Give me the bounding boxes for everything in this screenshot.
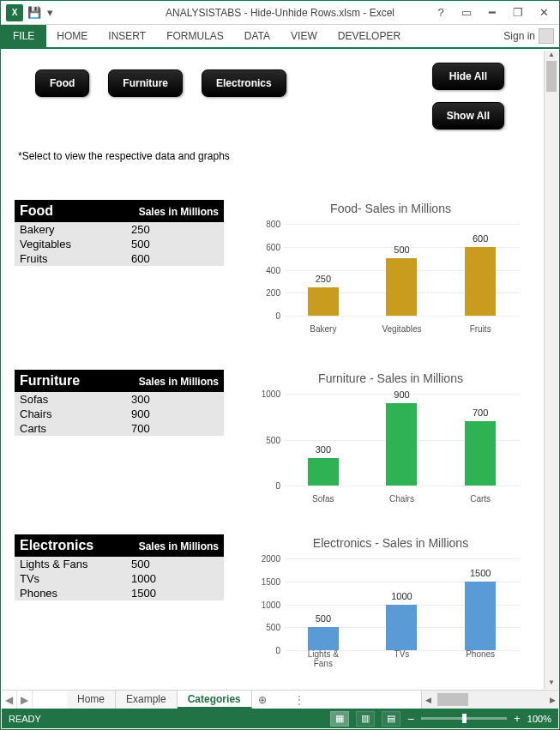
zoom-slider[interactable]: [421, 717, 507, 720]
electronics-button[interactable]: Electronics: [202, 69, 286, 97]
food-table: Food Sales in Millions Bakery250 Vegitab…: [15, 200, 224, 337]
save-icon[interactable]: 💾: [28, 7, 40, 19]
view-pagebreak-icon[interactable]: ▤: [382, 711, 400, 727]
furniture-header: Furniture: [15, 370, 85, 392]
table-row: TVs1000: [15, 571, 224, 586]
food-sales-header: Sales in Millions: [134, 200, 224, 222]
food-header: Food: [15, 200, 58, 222]
minimize-icon[interactable]: ━: [480, 3, 504, 22]
furniture-section: Furniture Sales in Millions Sofas300 Cha…: [3, 366, 544, 510]
sheet-tab-bar: ◀ ▶ Home Example Categories ⊕ ⋮ ◀ ▶: [2, 690, 558, 709]
table-row: Carts700: [15, 421, 224, 436]
table-row: Phones1500: [15, 586, 224, 600]
tab-next-icon[interactable]: ▶: [17, 691, 33, 709]
electronics-chart: Electronics - Sales in Millions050010001…: [250, 534, 532, 672]
excel-icon: X: [6, 4, 23, 21]
tab-developer[interactable]: DEVELOPER: [328, 25, 411, 47]
sheet-tab-home[interactable]: Home: [67, 691, 116, 709]
table-row: Sofas300: [15, 392, 224, 407]
sheet-tab-categories[interactable]: Categories: [178, 690, 252, 709]
tab-home[interactable]: HOME: [46, 25, 98, 47]
zoom-in-icon[interactable]: +: [514, 712, 521, 725]
worksheet: Food Furniture Electronics Hide All Show…: [3, 51, 544, 689]
scroll-down-icon[interactable]: ▼: [545, 679, 558, 689]
hscroll-right-icon[interactable]: ▶: [546, 691, 558, 709]
ribbon: FILE HOME INSERT FORMULAS DATA VIEW DEVE…: [1, 25, 559, 49]
signin-label: Sign in: [503, 30, 535, 42]
tab-divider-icon[interactable]: ⋮: [292, 691, 307, 709]
table-row: Vegitables500: [15, 237, 224, 251]
tab-view[interactable]: VIEW: [280, 25, 328, 47]
electronics-header: Electronics: [15, 534, 99, 557]
food-section: Food Sales in Millions Bakery250 Vegitab…: [3, 196, 544, 341]
hide-all-button[interactable]: Hide All: [432, 63, 504, 90]
hscroll-left-icon[interactable]: ◀: [422, 691, 434, 709]
restore-icon[interactable]: ❐: [506, 3, 530, 22]
signin[interactable]: Sign in: [498, 25, 559, 47]
table-row: Fruits600: [15, 251, 224, 266]
status-bar: READY ▦ ▥ ▤ − + 100%: [2, 709, 558, 728]
chart-title: Furniture - Sales in Millions: [250, 370, 532, 385]
furniture-table: Furniture Sales in Millions Sofas300 Cha…: [15, 370, 224, 507]
furniture-sales-header: Sales in Millions: [134, 370, 224, 392]
vertical-scrollbar[interactable]: ▲ ▼: [544, 51, 558, 689]
scroll-up-icon[interactable]: ▲: [545, 51, 558, 61]
hint-text: *Select to view the respective data and …: [3, 135, 544, 171]
view-pagelayout-icon[interactable]: ▥: [356, 711, 375, 727]
electronics-table: Electronics Sales in Millions Lights & F…: [15, 534, 224, 672]
show-all-button[interactable]: Show All: [432, 102, 504, 130]
chart-title: Food- Sales in Millions: [250, 200, 532, 215]
status-ready: READY: [9, 714, 41, 724]
furniture-button[interactable]: Furniture: [108, 69, 183, 97]
close-icon[interactable]: ✕: [532, 3, 556, 22]
sheet-tab-example[interactable]: Example: [116, 691, 178, 709]
titlebar: X 💾 ▾ ANALYSISTABS - Hide-Unhide Rows.xl…: [1, 1, 559, 25]
file-tab[interactable]: FILE: [1, 25, 46, 47]
electronics-section: Electronics Sales in Millions Lights & F…: [3, 531, 544, 675]
table-row: Chairs900: [15, 407, 224, 421]
window-title: ANALYSISTABS - Hide-Unhide Rows.xlsm - E…: [166, 7, 394, 19]
zoom-out-icon[interactable]: −: [407, 712, 414, 726]
food-chart: Food- Sales in Millions02004006008002505…: [250, 200, 532, 337]
furniture-chart: Furniture - Sales in Millions05001000300…: [250, 370, 532, 507]
food-button[interactable]: Food: [35, 69, 89, 97]
chart-title: Electronics - Sales in Millions: [250, 534, 532, 550]
table-row: Lights & Fans500: [15, 557, 224, 571]
scrollbar-thumb[interactable]: [546, 61, 557, 92]
tab-insert[interactable]: INSERT: [98, 25, 156, 47]
button-row: Food Furniture Electronics Hide All Show…: [3, 51, 544, 135]
avatar-icon: [539, 28, 554, 44]
new-sheet-icon[interactable]: ⊕: [252, 691, 273, 709]
hscroll-thumb[interactable]: [437, 693, 468, 706]
electronics-sales-header: Sales in Millions: [134, 534, 224, 557]
tab-prev-icon[interactable]: ◀: [2, 691, 17, 709]
ribbon-display-icon[interactable]: ▭: [455, 3, 479, 22]
zoom-value[interactable]: 100%: [527, 714, 551, 724]
horizontal-scrollbar[interactable]: ◀ ▶: [421, 691, 558, 709]
tab-data[interactable]: DATA: [234, 25, 280, 47]
tab-formulas[interactable]: FORMULAS: [156, 25, 234, 47]
qat-dropdown-icon[interactable]: ▾: [44, 7, 56, 19]
help-icon[interactable]: ?: [429, 3, 453, 22]
table-row: Bakery250: [15, 222, 224, 237]
view-normal-icon[interactable]: ▦: [330, 711, 349, 727]
